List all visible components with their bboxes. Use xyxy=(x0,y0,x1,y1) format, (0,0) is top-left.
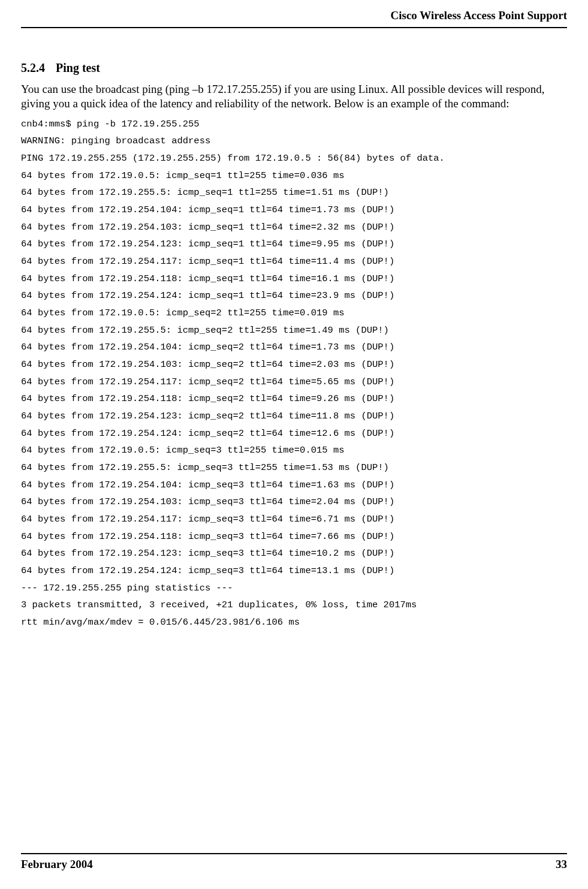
page-header: Cisco Wireless Access Point Support xyxy=(21,9,567,28)
footer-date: February 2004 xyxy=(21,858,93,871)
section-title: Ping test xyxy=(56,61,100,74)
header-title: Cisco Wireless Access Point Support xyxy=(390,9,567,22)
footer-page-number: 33 xyxy=(556,858,567,871)
section-heading: 5.2.4Ping test xyxy=(21,61,567,75)
page-footer: February 2004 33 xyxy=(21,853,567,871)
section-number: 5.2.4 xyxy=(21,61,45,75)
code-block: cnb4:mms$ ping -b 172.19.255.255 WARNING… xyxy=(21,116,567,631)
page-container: Cisco Wireless Access Point Support 5.2.… xyxy=(0,0,588,889)
section-paragraph: You can use the broadcast ping (ping –b … xyxy=(21,82,567,111)
